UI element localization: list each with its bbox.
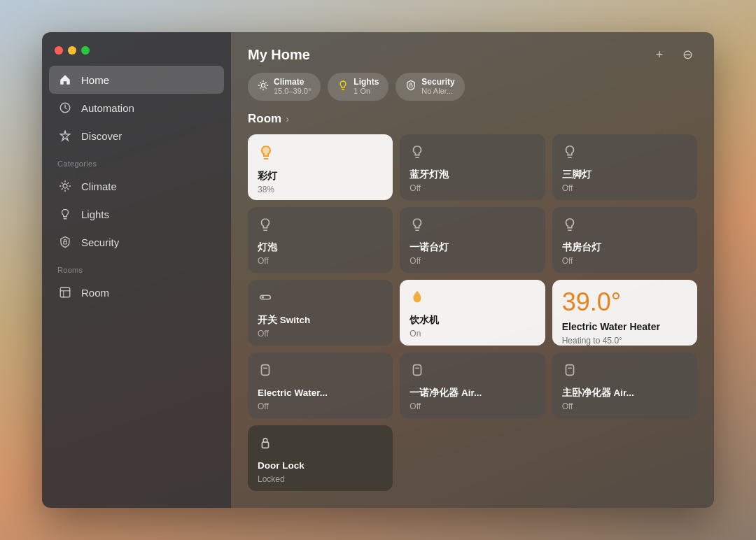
lights-pill-icon	[337, 80, 349, 93]
device-card-sanjiaodeng[interactable]: 三脚灯 Off	[552, 134, 697, 200]
device-card-lanyapao[interactable]: 蓝牙灯泡 Off	[400, 134, 545, 200]
heater-temp: 39.0°	[562, 290, 687, 315]
device-status-switch: Off	[258, 329, 383, 339]
device-icon-switch	[258, 290, 383, 308]
svg-point-1	[63, 184, 67, 188]
lights-icon	[57, 206, 73, 222]
lights-pill[interactable]: Lights 1 On	[328, 73, 388, 101]
device-card-switch[interactable]: 开关 Switch Off	[248, 280, 393, 346]
room-title: Room	[248, 112, 281, 126]
close-button[interactable]	[55, 46, 63, 55]
sidebar-label-lights: Lights	[81, 208, 109, 220]
device-status-zhuwoair: Off	[562, 402, 687, 411]
device-status-caideng: 38%	[258, 185, 383, 194]
security-pill-value: No Aler...	[421, 87, 454, 96]
device-status-sanjiaodeng: Off	[562, 183, 687, 193]
climate-pill-value: 15.0–39.0°	[274, 87, 311, 96]
add-button[interactable]: +	[650, 45, 669, 64]
device-icon-sanjiaodeng	[562, 144, 687, 163]
security-pill-icon	[405, 80, 416, 93]
device-icon-yinshuiji	[410, 290, 535, 308]
device-name-yinuoair: 一诺净化器 Air...	[410, 387, 535, 399]
device-icon-yinuotaideng	[410, 217, 535, 236]
device-card-yinshuiji[interactable]: 饮水机 On	[400, 280, 545, 346]
security-pill-text: Security No Aler...	[421, 77, 454, 97]
device-card-caideng[interactable]: 彩灯 38%	[248, 134, 393, 200]
sidebar-item-discover[interactable]: Discover	[49, 122, 224, 150]
security-icon	[57, 234, 73, 250]
svg-point-7	[262, 296, 265, 299]
device-name-lanyapao: 蓝牙灯泡	[410, 169, 535, 181]
svg-rect-12	[566, 365, 573, 376]
status-pills: Climate 15.0–39.0° Lights 1 On	[231, 73, 714, 111]
device-name-dengpao: 灯泡	[258, 241, 383, 254]
sidebar-label-room: Room	[81, 287, 109, 299]
app-window: Home Automation Discover	[42, 32, 714, 508]
device-icon-lanyapao	[410, 144, 535, 163]
device-card-electricwater[interactable]: Electric Water... Off	[248, 353, 393, 418]
room-icon	[57, 285, 73, 300]
device-icon-shufangtaideng	[562, 217, 687, 236]
device-card-zhuwoair[interactable]: 主卧净化器 Air... Off	[552, 353, 697, 418]
climate-pill-text: Climate 15.0–39.0°	[274, 77, 311, 97]
device-icon-caideng	[258, 144, 383, 164]
climate-pill-icon	[258, 80, 269, 93]
discover-icon	[57, 128, 73, 143]
device-status-yinuotaideng: Off	[410, 256, 535, 266]
device-name-yinshuiji: 饮水机	[410, 314, 535, 327]
rooms-nav: Room	[42, 278, 231, 306]
svg-rect-8	[262, 365, 270, 376]
sidebar-item-security[interactable]: Security	[49, 228, 224, 256]
sidebar-item-automation[interactable]: Automation	[49, 94, 224, 122]
sidebar-nav: Home Automation Discover	[42, 66, 231, 150]
security-pill[interactable]: Security No Aler...	[396, 73, 464, 101]
svg-rect-2	[64, 241, 67, 244]
device-card-dengpao[interactable]: 灯泡 Off	[248, 207, 393, 273]
device-card-yinuoair[interactable]: 一诺净化器 Air... Off	[400, 353, 545, 418]
svg-point-4	[261, 84, 265, 87]
traffic-lights	[42, 46, 231, 66]
header-actions: + ⊖	[650, 45, 697, 64]
climate-pill[interactable]: Climate 15.0–39.0°	[248, 73, 321, 101]
device-status-lanyapao: Off	[410, 183, 535, 193]
menu-button[interactable]: ⊖	[678, 45, 697, 64]
device-status-yinuoair: Off	[410, 402, 535, 411]
device-icon-dengpao	[258, 217, 383, 236]
room-header[interactable]: Room ›	[231, 111, 714, 134]
device-card-shufangtaideng[interactable]: 书房台灯 Off	[552, 207, 697, 273]
sidebar-item-lights[interactable]: Lights	[49, 200, 224, 228]
device-status-shufangtaideng: Off	[562, 256, 687, 266]
sidebar-label-security: Security	[81, 236, 119, 248]
devices-grid: 彩灯 38% 蓝牙灯泡 Off 三脚	[231, 134, 714, 508]
device-status-dengpao: Off	[258, 256, 383, 266]
sidebar-item-home[interactable]: Home	[49, 66, 224, 94]
climate-icon	[57, 178, 73, 194]
sidebar-label-climate: Climate	[81, 180, 117, 192]
device-status-doorlock: Locked	[258, 474, 383, 484]
device-status-heater: Heating to 45.0°	[562, 336, 687, 346]
sidebar-label-home: Home	[81, 74, 109, 86]
device-card-heater[interactable]: 39.0° Electric Water Heater Heating to 4…	[552, 280, 697, 346]
device-name-sanjiaodeng: 三脚灯	[562, 169, 687, 181]
sidebar-item-climate[interactable]: Climate	[49, 172, 224, 200]
device-icon-zhuwoair	[562, 362, 687, 381]
page-title: My Home	[248, 47, 310, 63]
device-card-doorlock[interactable]: Door Lock Locked	[248, 425, 393, 491]
lights-pill-name: Lights	[354, 77, 379, 87]
minimize-button[interactable]	[68, 46, 76, 55]
device-status-yinshuiji: On	[410, 329, 535, 339]
lights-pill-text: Lights 1 On	[354, 77, 379, 97]
svg-rect-10	[414, 365, 421, 376]
categories-label: Categories	[42, 150, 231, 172]
fullscreen-button[interactable]	[81, 46, 90, 55]
rooms-label: Rooms	[42, 256, 231, 278]
device-name-caideng: 彩灯	[258, 170, 383, 183]
climate-pill-name: Climate	[274, 77, 311, 87]
device-card-yinuotaideng[interactable]: 一诺台灯 Off	[400, 207, 545, 273]
sidebar-item-room[interactable]: Room	[49, 278, 224, 306]
home-icon	[57, 72, 73, 87]
sidebar-label-automation: Automation	[81, 102, 134, 114]
sidebar-label-discover: Discover	[81, 130, 122, 142]
device-icon-doorlock	[258, 435, 383, 454]
main-content: My Home + ⊖ Climate 15.0–39.0°	[231, 32, 714, 508]
